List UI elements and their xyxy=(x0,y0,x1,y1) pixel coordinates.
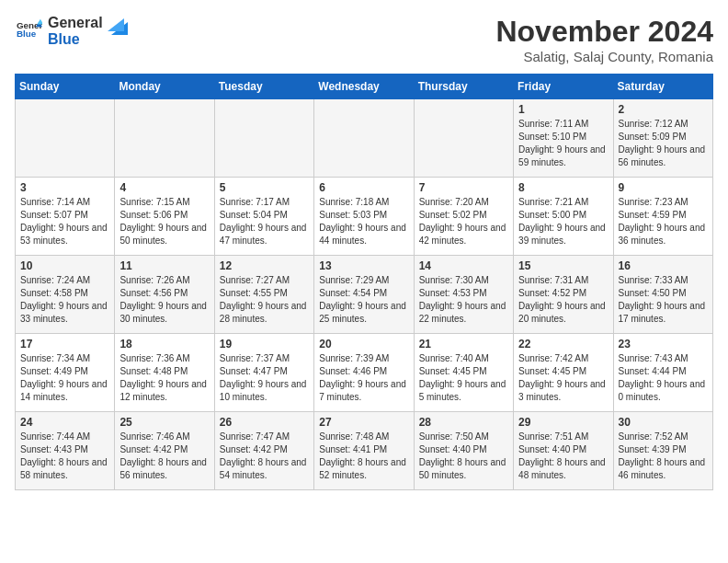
day-number: 19 xyxy=(220,338,309,350)
cell-info: Sunrise: 7:23 AM Sunset: 4:59 PM Dayligh… xyxy=(619,196,708,247)
day-number: 25 xyxy=(119,416,209,429)
calendar-cell: 21Sunrise: 7:40 AM Sunset: 4:45 PM Dayli… xyxy=(414,334,513,412)
cell-info: Sunrise: 7:21 AM Sunset: 5:00 PM Dayligh… xyxy=(518,196,608,247)
calendar-cell xyxy=(314,99,414,178)
col-header-monday: Monday xyxy=(115,75,214,99)
cell-info: Sunrise: 7:12 AM Sunset: 5:09 PM Dayligh… xyxy=(619,118,708,169)
cell-info: Sunrise: 7:36 AM Sunset: 4:48 PM Dayligh… xyxy=(119,352,209,404)
calendar-cell: 6Sunrise: 7:18 AM Sunset: 5:03 PM Daylig… xyxy=(314,178,414,256)
cell-info: Sunrise: 7:47 AM Sunset: 4:42 PM Dayligh… xyxy=(220,431,309,482)
cell-info: Sunrise: 7:43 AM Sunset: 4:44 PM Dayligh… xyxy=(619,352,708,404)
cell-info: Sunrise: 7:39 AM Sunset: 4:46 PM Dayligh… xyxy=(319,352,408,404)
title-area: November 2024 Salatig, Salaj County, Rom… xyxy=(495,15,713,64)
day-number: 30 xyxy=(619,416,708,429)
calendar-cell: 18Sunrise: 7:36 AM Sunset: 4:48 PM Dayli… xyxy=(115,334,214,412)
calendar-cell xyxy=(414,99,513,178)
week-row-3: 10Sunrise: 7:24 AM Sunset: 4:58 PM Dayli… xyxy=(16,256,713,334)
cell-info: Sunrise: 7:17 AM Sunset: 5:04 PM Dayligh… xyxy=(220,196,309,247)
calendar-cell: 3Sunrise: 7:14 AM Sunset: 5:07 PM Daylig… xyxy=(16,178,115,256)
day-number: 22 xyxy=(518,338,608,350)
calendar-cell: 10Sunrise: 7:24 AM Sunset: 4:58 PM Dayli… xyxy=(16,256,115,334)
day-number: 21 xyxy=(419,338,508,350)
cell-info: Sunrise: 7:14 AM Sunset: 5:07 PM Dayligh… xyxy=(20,196,109,247)
day-number: 3 xyxy=(20,181,109,194)
day-number: 13 xyxy=(319,259,408,272)
cell-info: Sunrise: 7:46 AM Sunset: 4:42 PM Dayligh… xyxy=(119,431,209,482)
day-number: 16 xyxy=(619,259,708,272)
cell-info: Sunrise: 7:29 AM Sunset: 4:54 PM Dayligh… xyxy=(319,274,408,326)
cell-info: Sunrise: 7:42 AM Sunset: 4:45 PM Dayligh… xyxy=(518,352,608,404)
cell-info: Sunrise: 7:44 AM Sunset: 4:43 PM Dayligh… xyxy=(20,431,109,482)
calendar-cell: 9Sunrise: 7:23 AM Sunset: 4:59 PM Daylig… xyxy=(613,178,712,256)
cell-info: Sunrise: 7:40 AM Sunset: 4:45 PM Dayligh… xyxy=(419,352,508,404)
calendar-cell: 16Sunrise: 7:33 AM Sunset: 4:50 PM Dayli… xyxy=(613,256,712,334)
calendar-cell: 25Sunrise: 7:46 AM Sunset: 4:42 PM Dayli… xyxy=(115,412,214,490)
day-number: 17 xyxy=(20,338,109,350)
calendar-cell: 4Sunrise: 7:15 AM Sunset: 5:06 PM Daylig… xyxy=(115,178,214,256)
cell-info: Sunrise: 7:15 AM Sunset: 5:06 PM Dayligh… xyxy=(119,196,209,247)
logo-arrow-icon xyxy=(108,18,128,39)
calendar-cell: 23Sunrise: 7:43 AM Sunset: 4:44 PM Dayli… xyxy=(613,334,712,412)
svg-marker-5 xyxy=(108,18,124,31)
day-number: 2 xyxy=(619,103,708,116)
calendar-cell: 5Sunrise: 7:17 AM Sunset: 5:04 PM Daylig… xyxy=(214,178,313,256)
day-number: 29 xyxy=(518,416,608,429)
day-number: 11 xyxy=(119,259,209,272)
day-number: 20 xyxy=(319,338,408,350)
cell-info: Sunrise: 7:37 AM Sunset: 4:47 PM Dayligh… xyxy=(220,352,309,404)
col-header-sunday: Sunday xyxy=(16,75,115,99)
logo-icon: General Blue xyxy=(17,17,42,42)
cell-info: Sunrise: 7:48 AM Sunset: 4:41 PM Dayligh… xyxy=(319,431,408,482)
week-row-5: 24Sunrise: 7:44 AM Sunset: 4:43 PM Dayli… xyxy=(16,412,713,490)
calendar-cell xyxy=(214,99,313,178)
cell-info: Sunrise: 7:27 AM Sunset: 4:55 PM Dayligh… xyxy=(220,274,309,326)
day-number: 10 xyxy=(20,259,109,272)
logo-blue-text: Blue xyxy=(48,31,103,48)
col-header-wednesday: Wednesday xyxy=(314,75,414,99)
calendar-cell: 30Sunrise: 7:52 AM Sunset: 4:39 PM Dayli… xyxy=(613,412,712,490)
calendar-cell: 22Sunrise: 7:42 AM Sunset: 4:45 PM Dayli… xyxy=(514,334,613,412)
calendar-cell: 11Sunrise: 7:26 AM Sunset: 4:56 PM Dayli… xyxy=(115,256,214,334)
day-number: 1 xyxy=(518,103,608,116)
calendar-cell: 29Sunrise: 7:51 AM Sunset: 4:40 PM Dayli… xyxy=(514,412,613,490)
cell-info: Sunrise: 7:50 AM Sunset: 4:40 PM Dayligh… xyxy=(419,431,508,482)
cell-info: Sunrise: 7:34 AM Sunset: 4:49 PM Dayligh… xyxy=(20,352,109,404)
calendar-cell: 19Sunrise: 7:37 AM Sunset: 4:47 PM Dayli… xyxy=(214,334,313,412)
cell-info: Sunrise: 7:33 AM Sunset: 4:50 PM Dayligh… xyxy=(619,274,708,326)
svg-text:Blue: Blue xyxy=(17,29,37,39)
day-number: 28 xyxy=(419,416,508,429)
col-header-friday: Friday xyxy=(514,75,613,99)
col-header-saturday: Saturday xyxy=(613,75,712,99)
day-number: 26 xyxy=(220,416,309,429)
day-number: 6 xyxy=(319,181,408,194)
calendar-cell: 27Sunrise: 7:48 AM Sunset: 4:41 PM Dayli… xyxy=(314,412,414,490)
week-row-2: 3Sunrise: 7:14 AM Sunset: 5:07 PM Daylig… xyxy=(16,178,713,256)
cell-info: Sunrise: 7:31 AM Sunset: 4:52 PM Dayligh… xyxy=(518,274,608,326)
logo-general-text: General xyxy=(48,15,103,31)
cell-info: Sunrise: 7:52 AM Sunset: 4:39 PM Dayligh… xyxy=(619,431,708,482)
cell-info: Sunrise: 7:30 AM Sunset: 4:53 PM Dayligh… xyxy=(419,274,508,326)
day-number: 18 xyxy=(119,338,209,350)
col-header-tuesday: Tuesday xyxy=(214,75,313,99)
calendar-cell: 1Sunrise: 7:11 AM Sunset: 5:10 PM Daylig… xyxy=(514,99,613,178)
calendar-cell: 28Sunrise: 7:50 AM Sunset: 4:40 PM Dayli… xyxy=(414,412,513,490)
cell-info: Sunrise: 7:24 AM Sunset: 4:58 PM Dayligh… xyxy=(20,274,109,326)
week-row-1: 1Sunrise: 7:11 AM Sunset: 5:10 PM Daylig… xyxy=(16,99,713,178)
day-number: 24 xyxy=(20,416,109,429)
calendar-cell xyxy=(115,99,214,178)
calendar-cell: 17Sunrise: 7:34 AM Sunset: 4:49 PM Dayli… xyxy=(16,334,115,412)
week-row-4: 17Sunrise: 7:34 AM Sunset: 4:49 PM Dayli… xyxy=(16,334,713,412)
day-number: 14 xyxy=(419,259,508,272)
day-number: 9 xyxy=(619,181,708,194)
calendar-cell: 7Sunrise: 7:20 AM Sunset: 5:02 PM Daylig… xyxy=(414,178,513,256)
calendar-cell: 15Sunrise: 7:31 AM Sunset: 4:52 PM Dayli… xyxy=(514,256,613,334)
header: General Blue General Blue November 2024 … xyxy=(15,15,713,64)
cell-info: Sunrise: 7:51 AM Sunset: 4:40 PM Dayligh… xyxy=(518,431,608,482)
cell-info: Sunrise: 7:20 AM Sunset: 5:02 PM Dayligh… xyxy=(419,196,508,247)
calendar-cell: 2Sunrise: 7:12 AM Sunset: 5:09 PM Daylig… xyxy=(613,99,712,178)
col-header-thursday: Thursday xyxy=(414,75,513,99)
calendar-cell: 14Sunrise: 7:30 AM Sunset: 4:53 PM Dayli… xyxy=(414,256,513,334)
month-title: November 2024 xyxy=(495,15,713,49)
calendar-cell: 13Sunrise: 7:29 AM Sunset: 4:54 PM Dayli… xyxy=(314,256,414,334)
calendar-cell xyxy=(16,99,115,178)
